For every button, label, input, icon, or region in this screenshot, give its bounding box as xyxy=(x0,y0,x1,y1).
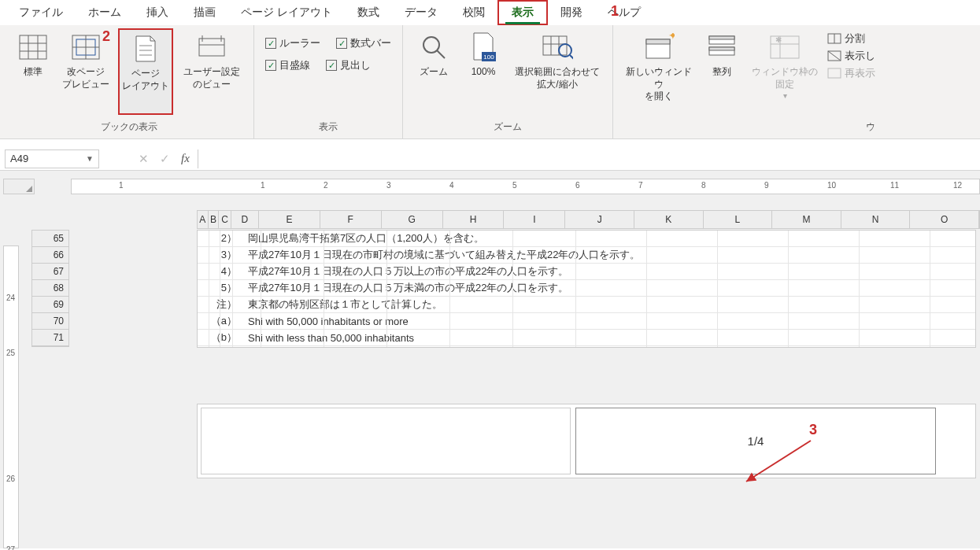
split-button[interactable]: 分割 xyxy=(827,31,875,46)
ruler-tick: 7 xyxy=(638,181,643,190)
row-header[interactable]: 67 xyxy=(32,264,68,280)
cell-text: Shi with 50,000 inhabitants or more xyxy=(245,316,975,327)
custom-views-label: ユーザー設定 のビュー xyxy=(183,66,240,90)
col-header[interactable]: N xyxy=(841,211,911,228)
headings-checkbox[interactable]: ✓見出し xyxy=(326,58,371,72)
ruler-checkbox[interactable]: ✓ルーラー xyxy=(265,36,320,50)
new-window-button[interactable]: ✦ 新しいウィンドウ を開く xyxy=(621,28,697,115)
row-header[interactable]: 68 xyxy=(32,280,68,297)
cell-num: 2） xyxy=(198,231,245,245)
menu-insert[interactable]: 挿入 xyxy=(134,2,181,24)
name-box-value: A49 xyxy=(10,153,28,164)
cell-text: 平成27年10月１日現在の市町村の境域に基づいて組み替えた平成22年の人口を示す… xyxy=(245,248,975,262)
cell-num: （b） xyxy=(198,330,245,345)
check-icon: ✓ xyxy=(265,38,276,49)
col-header[interactable]: B xyxy=(209,211,220,228)
column-headers[interactable]: A B C D E F G H I J K L M N O xyxy=(197,210,980,229)
menu-formulas[interactable]: 数式 xyxy=(345,2,392,24)
row-header[interactable]: 71 xyxy=(32,330,68,346)
svg-rect-0 xyxy=(20,35,46,59)
menu-home[interactable]: ホーム xyxy=(76,2,134,24)
col-header[interactable]: H xyxy=(443,211,505,228)
col-header[interactable]: K xyxy=(634,211,704,228)
hide-button[interactable]: 表示し xyxy=(827,49,875,63)
check-icon: ✓ xyxy=(336,38,347,49)
row-header[interactable]: 66 xyxy=(32,247,68,264)
ruler-tick: 5 xyxy=(512,181,517,190)
menu-data[interactable]: データ xyxy=(392,2,450,24)
group-show-label: 表示 xyxy=(319,119,338,137)
fx-icon[interactable]: fx xyxy=(181,152,190,165)
pagebreak-preview-button[interactable]: 改ページ プレビュー xyxy=(58,28,113,115)
formula-input[interactable] xyxy=(198,149,980,168)
col-header[interactable]: G xyxy=(382,211,443,228)
zoom-100-label: 100% xyxy=(472,66,496,79)
ruler-tick: 26 xyxy=(6,474,15,483)
row-header[interactable]: 70 xyxy=(32,313,68,330)
normal-view-button[interactable]: 標準 xyxy=(13,28,54,115)
col-header[interactable]: J xyxy=(565,211,634,228)
svg-line-25 xyxy=(570,55,573,60)
gridlines-checkbox[interactable]: ✓目盛線 xyxy=(265,58,310,72)
col-header[interactable]: F xyxy=(320,211,382,228)
footer-left-section[interactable] xyxy=(201,408,571,474)
select-all-corner[interactable] xyxy=(3,179,35,194)
enter-icon[interactable]: ✓ xyxy=(160,152,170,166)
freeze-panes-button: ✱ ウィンドウ枠の 固定 ▾ xyxy=(747,28,823,115)
cell-num: 3） xyxy=(198,248,245,262)
col-header[interactable]: L xyxy=(704,211,773,228)
svg-rect-32 xyxy=(709,47,734,50)
arrange-all-button[interactable]: 整列 xyxy=(701,28,742,115)
normal-view-icon xyxy=(17,31,49,63)
hide-icon xyxy=(827,50,841,61)
col-header[interactable]: C xyxy=(219,211,231,228)
svg-rect-41 xyxy=(828,68,841,78)
menu-view[interactable]: 表示 xyxy=(497,0,548,25)
col-header[interactable]: M xyxy=(772,211,841,228)
chevron-down-icon[interactable]: ▼ xyxy=(86,154,94,163)
row-header[interactable]: 69 xyxy=(32,297,68,313)
footer-center-section[interactable]: 1/4 xyxy=(575,408,936,474)
svg-text:100: 100 xyxy=(483,54,494,61)
ruler-tick: 3 xyxy=(386,181,391,190)
name-box[interactable]: A49 ▼ xyxy=(5,149,99,168)
col-header[interactable]: D xyxy=(231,211,259,228)
menu-review[interactable]: 校閲 xyxy=(450,2,497,24)
gridlines-label: 目盛線 xyxy=(279,58,310,72)
col-header[interactable]: I xyxy=(504,211,565,228)
zoom-button[interactable]: ズーム xyxy=(411,28,457,115)
cancel-icon[interactable]: ✕ xyxy=(139,152,149,166)
cell-text: 岡山県児島湾干拓第7区の人口（1,200人）を含む。 xyxy=(245,231,975,245)
zoom-selection-button[interactable]: 選択範囲に合わせて 拡大/縮小 xyxy=(510,28,605,115)
zoom-100-button[interactable]: 100 100% xyxy=(461,28,505,115)
custom-views-button[interactable]: ユーザー設定 のビュー xyxy=(178,28,246,115)
freeze-icon: ✱ xyxy=(769,31,801,63)
row-header[interactable]: 65 xyxy=(32,231,68,247)
menu-help[interactable]: ヘルプ xyxy=(595,2,653,24)
col-header[interactable]: O xyxy=(910,211,979,228)
new-window-label: 新しいウィンドウ を開く xyxy=(623,66,695,103)
ruler-tick: 12 xyxy=(953,181,962,190)
cell-text: 東京都の特別区部は１市として計算した。 xyxy=(245,297,975,312)
new-window-icon: ✦ xyxy=(643,31,675,63)
check-icon: ✓ xyxy=(265,60,276,71)
magnifier-icon xyxy=(418,31,449,63)
page-footer-area[interactable]: 1/4 xyxy=(197,404,976,478)
cell-num: 注） xyxy=(198,297,245,312)
menu-pagelayout[interactable]: ページ レイアウト xyxy=(228,2,345,24)
menu-developer[interactable]: 開発 xyxy=(548,2,595,24)
cell-text: Shi with less than 50,000 inhabitants xyxy=(245,332,975,344)
ribbon-group-show: ✓ルーラー ✓数式バー ✓目盛線 ✓見出し 表示 xyxy=(254,25,403,138)
col-header[interactable]: E xyxy=(259,211,320,228)
col-header[interactable]: A xyxy=(198,211,209,228)
pagelayout-view-button[interactable]: ページ レイアウト xyxy=(118,28,173,115)
page-content[interactable]: 2）岡山県児島湾干拓第7区の人口（1,200人）を含む。 3）平成27年10月１… xyxy=(197,230,976,348)
menu-file[interactable]: ファイル xyxy=(6,2,76,24)
row-headers[interactable]: 65 66 67 68 69 70 71 xyxy=(31,230,69,347)
ruler-tick: 1 xyxy=(119,181,124,190)
menu-draw[interactable]: 描画 xyxy=(181,2,228,24)
formula-bar: A49 ▼ ✕ ✓ fx xyxy=(0,147,980,171)
zoom-selection-label: 選択範囲に合わせて 拡大/縮小 xyxy=(515,66,600,90)
formulabar-checkbox[interactable]: ✓数式バー xyxy=(336,36,391,50)
ruler-tick: 6 xyxy=(575,181,580,190)
